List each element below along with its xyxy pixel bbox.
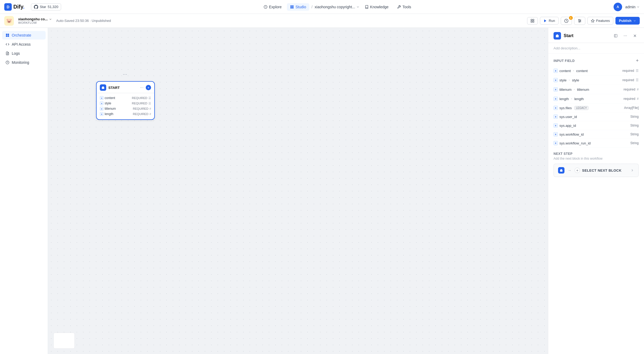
panel-sys-field-user-id: x sys.user_id String <box>554 112 639 121</box>
logs-label: Logs <box>12 51 20 56</box>
node-field-style: x style REQUIRED ☰ <box>100 101 151 106</box>
select-block-chevron-icon <box>630 168 634 172</box>
node-context-menu-trigger[interactable]: ··· <box>123 71 127 77</box>
canvas-background: ··· START ··· + <box>48 28 548 354</box>
workflow-status: Auto-Saved 23:50:36 · Unpublished <box>56 19 111 23</box>
history-button[interactable]: 1 <box>561 17 572 25</box>
field-style-type: ☰ <box>148 102 151 105</box>
api-icon <box>5 42 10 46</box>
svg-rect-25 <box>614 34 617 37</box>
panel-sys-field-files: x sys.files LEGACY Array[File] <box>554 104 639 112</box>
var-icon-titlenum: x <box>100 107 104 111</box>
node-menu-button[interactable]: ··· <box>140 85 144 90</box>
input-field-section-title: INPUT FIELD <box>554 59 575 63</box>
nav-studio-label: Studio <box>295 5 306 9</box>
svg-rect-5 <box>531 19 532 21</box>
field-titlenum-name: titlenum <box>105 107 116 111</box>
field-style-name: style <box>105 101 111 105</box>
panel-expand-button[interactable] <box>612 32 619 40</box>
nav-explore[interactable]: Explore <box>260 3 285 11</box>
panel-field-content: x content · content required ☰ <box>554 66 639 76</box>
var-icon-style: x <box>100 101 104 105</box>
var-badge-style: x <box>554 78 558 82</box>
logo[interactable]: D Dify. <box>4 3 25 11</box>
select-next-block-button[interactable]: → + SELECT NEXT BLOCK <box>554 164 639 177</box>
svg-marker-9 <box>544 19 546 22</box>
nav-right: A admin <box>614 3 640 11</box>
panel-description[interactable]: Add description... <box>548 43 644 54</box>
nav-tools[interactable]: Tools <box>394 3 414 11</box>
breadcrumb[interactable]: xiaohongshu copyright... <box>315 5 359 9</box>
field-titlenum-type: # <box>149 107 151 110</box>
user-chevron-icon <box>637 5 640 9</box>
panel-field-content-name: content <box>559 69 571 73</box>
canvas[interactable]: ··· START ··· + <box>48 28 548 354</box>
main-layout: Orchestrate API Access Logs Monitoring ·… <box>0 28 644 354</box>
description-placeholder: Add description... <box>554 46 580 50</box>
github-star-button[interactable]: Star 51,320 <box>31 3 61 10</box>
publish-button[interactable]: Publish <box>615 17 640 25</box>
sidebar-item-api-access[interactable]: API Access <box>2 40 46 49</box>
panel-field-length-type: # <box>637 97 639 101</box>
panel-actions: ··· <box>612 32 639 40</box>
panel-field-titlenum: x titlenum · titlenum required # <box>554 85 639 94</box>
nav-knowledge-label: Knowledge <box>370 5 389 9</box>
workflow-toolbar: Run 1 Features Publish <box>527 17 640 25</box>
node-body: x content REQUIRED ☰ x style <box>97 93 154 119</box>
features-button[interactable]: Features <box>587 17 613 25</box>
sys-app-id-type: String <box>630 124 639 127</box>
panel-field-style-name: style <box>559 78 567 82</box>
notification-badge-count: 1 <box>569 16 573 20</box>
app-name: xiaohongshu co... <box>18 17 52 21</box>
features-icon <box>591 19 595 23</box>
nav-tools-label: Tools <box>402 5 411 9</box>
minimap[interactable] <box>53 333 75 349</box>
panel-sys-field-app-id: x sys.app_id String <box>554 121 639 130</box>
sys-app-id-name: sys.app_id <box>559 124 576 128</box>
field-titlenum-required: REQUIRED <box>133 107 148 110</box>
svg-rect-19 <box>8 34 9 35</box>
nav-knowledge[interactable]: Knowledge <box>362 3 392 11</box>
panel-more-button[interactable]: ··· <box>622 32 629 40</box>
sidebar-item-orchestrate[interactable]: Orchestrate <box>2 31 46 40</box>
svg-rect-21 <box>8 36 9 37</box>
monitoring-label: Monitoring <box>12 60 29 65</box>
clock-icon <box>564 19 568 23</box>
arrow-icon: → <box>568 168 571 172</box>
add-field-button[interactable]: + <box>636 58 639 64</box>
svg-rect-18 <box>6 34 7 35</box>
svg-point-14 <box>579 19 579 20</box>
panel-field-content-type: ☰ <box>636 69 639 73</box>
view-toggle-button[interactable] <box>527 17 538 25</box>
admin-menu[interactable]: admin <box>625 5 640 9</box>
sys-workflow-id-type: String <box>630 132 639 136</box>
panel-close-button[interactable] <box>631 32 639 40</box>
play-icon <box>543 19 547 23</box>
settings-button[interactable] <box>574 17 585 25</box>
var-icon-length: x <box>100 112 104 116</box>
next-step-title: NEXT STEP <box>554 152 639 156</box>
run-button[interactable]: Run <box>540 17 559 25</box>
sliders-icon <box>578 19 582 23</box>
field-content-type: ☰ <box>148 96 151 100</box>
node-add-button[interactable]: + <box>146 85 151 90</box>
sys-files-type: Array[File] <box>624 106 639 110</box>
sidebar: Orchestrate API Access Logs Monitoring <box>0 28 48 354</box>
svg-rect-8 <box>533 21 534 22</box>
sidebar-item-logs[interactable]: Logs <box>2 49 46 58</box>
sidebar-item-monitoring[interactable]: Monitoring <box>2 58 46 67</box>
workflow-header: 🐷 xiaohongshu co... WORKFLOW Auto-Saved … <box>0 14 644 28</box>
svg-rect-7 <box>531 21 532 22</box>
input-field-section-header: INPUT FIELD + <box>554 54 639 66</box>
field-content-required: REQUIRED <box>132 96 147 100</box>
select-next-block-label: SELECT NEXT BLOCK <box>582 168 628 172</box>
node-field-titlenum: x titlenum REQUIRED # <box>100 106 151 111</box>
start-node[interactable]: START ··· + x content <box>96 81 155 120</box>
legacy-badge: LEGACY <box>574 106 588 110</box>
username: admin <box>625 5 635 9</box>
panel-field-titlenum-key: titlenum <box>577 88 589 92</box>
top-nav: D Dify. Star 51,320 Explore Studio / xia… <box>0 0 644 14</box>
sys-workflow-run-id-type: String <box>630 141 639 145</box>
logo-icon: D <box>4 3 12 11</box>
nav-studio[interactable]: Studio <box>287 3 309 11</box>
